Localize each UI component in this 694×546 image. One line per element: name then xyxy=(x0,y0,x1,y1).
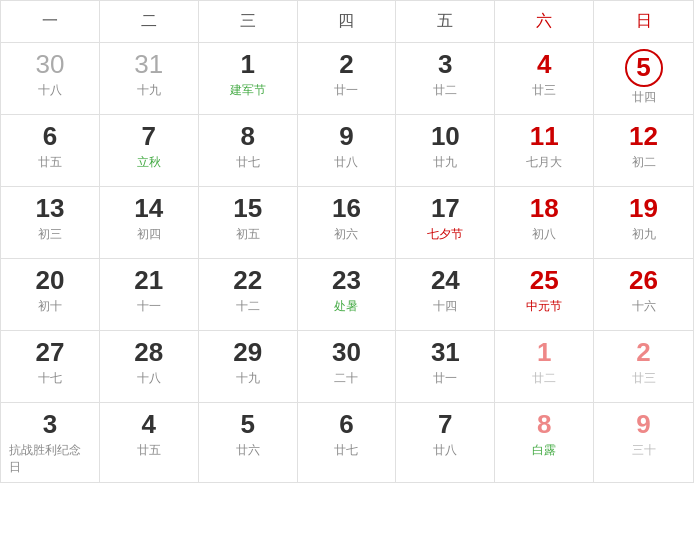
day-cell[interactable]: 16初六 xyxy=(298,187,397,259)
day-subtitle: 十九 xyxy=(236,370,260,387)
day-subtitle: 初四 xyxy=(137,226,161,243)
day-cell[interactable]: 27十七 xyxy=(1,331,100,403)
day-cell[interactable]: 30十八 xyxy=(1,43,100,115)
day-cell[interactable]: 29十九 xyxy=(199,331,298,403)
day-subtitle: 初八 xyxy=(532,226,556,243)
day-number: 29 xyxy=(233,337,262,368)
day-number: 25 xyxy=(530,265,559,296)
day-number: 22 xyxy=(233,265,262,296)
day-cell[interactable]: 8白露 xyxy=(495,403,594,482)
header-day: 日 xyxy=(594,1,693,42)
day-number: 19 xyxy=(629,193,658,224)
day-cell[interactable]: 10廿九 xyxy=(396,115,495,187)
day-subtitle: 十二 xyxy=(236,298,260,315)
day-cell[interactable]: 19初九 xyxy=(594,187,693,259)
day-subtitle: 立秋 xyxy=(137,154,161,171)
day-subtitle: 十四 xyxy=(433,298,457,315)
day-number: 18 xyxy=(530,193,559,224)
day-cell[interactable]: 28十八 xyxy=(100,331,199,403)
day-number: 9 xyxy=(636,409,650,440)
day-cell[interactable]: 12初二 xyxy=(594,115,693,187)
day-subtitle: 初三 xyxy=(38,226,62,243)
day-number: 30 xyxy=(35,49,64,80)
day-subtitle: 十一 xyxy=(137,298,161,315)
header-day: 四 xyxy=(298,1,397,42)
day-cell[interactable]: 23处暑 xyxy=(298,259,397,331)
day-cell[interactable]: 5廿四 xyxy=(594,43,693,115)
day-number: 31 xyxy=(431,337,460,368)
day-subtitle: 二十 xyxy=(334,370,358,387)
header-day: 六 xyxy=(495,1,594,42)
day-cell[interactable]: 31十九 xyxy=(100,43,199,115)
day-number: 20 xyxy=(35,265,64,296)
day-subtitle: 处暑 xyxy=(334,298,358,315)
day-subtitle: 初九 xyxy=(632,226,656,243)
day-subtitle: 初五 xyxy=(236,226,260,243)
day-subtitle: 初六 xyxy=(334,226,358,243)
day-number: 21 xyxy=(134,265,163,296)
day-number: 24 xyxy=(431,265,460,296)
day-subtitle: 十六 xyxy=(632,298,656,315)
day-cell[interactable]: 3抗战胜利纪念日 xyxy=(1,403,100,482)
day-cell[interactable]: 11七月大 xyxy=(495,115,594,187)
day-subtitle: 廿五 xyxy=(137,442,161,459)
day-number: 5 xyxy=(625,49,663,87)
day-number: 6 xyxy=(339,409,353,440)
day-cell[interactable]: 2廿三 xyxy=(594,331,693,403)
day-cell[interactable]: 8廿七 xyxy=(199,115,298,187)
day-cell[interactable]: 6廿五 xyxy=(1,115,100,187)
day-cell[interactable]: 3廿二 xyxy=(396,43,495,115)
day-subtitle: 廿七 xyxy=(236,154,260,171)
day-subtitle: 廿七 xyxy=(334,442,358,459)
day-subtitle: 七月大 xyxy=(526,154,562,171)
day-number: 28 xyxy=(134,337,163,368)
day-number: 2 xyxy=(636,337,650,368)
day-cell[interactable]: 25中元节 xyxy=(495,259,594,331)
day-cell[interactable]: 7廿八 xyxy=(396,403,495,482)
day-subtitle: 抗战胜利纪念日 xyxy=(9,442,91,476)
day-subtitle: 白露 xyxy=(532,442,556,459)
day-cell[interactable]: 4廿三 xyxy=(495,43,594,115)
header-day: 三 xyxy=(199,1,298,42)
day-subtitle: 廿二 xyxy=(433,82,457,99)
day-cell[interactable]: 4廿五 xyxy=(100,403,199,482)
day-subtitle: 廿五 xyxy=(38,154,62,171)
day-cell[interactable]: 17七夕节 xyxy=(396,187,495,259)
day-cell[interactable]: 7立秋 xyxy=(100,115,199,187)
day-number: 11 xyxy=(530,121,559,152)
day-cell[interactable]: 26十六 xyxy=(594,259,693,331)
day-cell[interactable]: 24十四 xyxy=(396,259,495,331)
day-cell[interactable]: 14初四 xyxy=(100,187,199,259)
day-cell[interactable]: 22十二 xyxy=(199,259,298,331)
day-cell[interactable]: 31廿一 xyxy=(396,331,495,403)
day-cell[interactable]: 21十一 xyxy=(100,259,199,331)
day-number: 7 xyxy=(142,121,156,152)
day-number: 2 xyxy=(339,49,353,80)
day-cell[interactable]: 13初三 xyxy=(1,187,100,259)
day-cell[interactable]: 18初八 xyxy=(495,187,594,259)
day-cell[interactable]: 15初五 xyxy=(199,187,298,259)
day-number: 4 xyxy=(142,409,156,440)
day-cell[interactable]: 6廿七 xyxy=(298,403,397,482)
day-subtitle: 廿三 xyxy=(532,82,556,99)
day-subtitle: 廿一 xyxy=(433,370,457,387)
day-cell[interactable]: 20初十 xyxy=(1,259,100,331)
day-cell[interactable]: 5廿六 xyxy=(199,403,298,482)
day-number: 1 xyxy=(537,337,551,368)
day-cell[interactable]: 9三十 xyxy=(594,403,693,482)
day-subtitle: 初二 xyxy=(632,154,656,171)
day-cell[interactable]: 2廿一 xyxy=(298,43,397,115)
day-cell[interactable]: 9廿八 xyxy=(298,115,397,187)
day-number: 12 xyxy=(629,121,658,152)
day-subtitle: 廿二 xyxy=(532,370,556,387)
day-subtitle: 初十 xyxy=(38,298,62,315)
day-subtitle: 廿四 xyxy=(632,89,656,106)
day-subtitle: 建军节 xyxy=(230,82,266,99)
day-cell[interactable]: 1廿二 xyxy=(495,331,594,403)
day-number: 6 xyxy=(43,121,57,152)
day-cell[interactable]: 1建军节 xyxy=(199,43,298,115)
day-cell[interactable]: 30二十 xyxy=(298,331,397,403)
day-number: 26 xyxy=(629,265,658,296)
day-number: 7 xyxy=(438,409,452,440)
day-subtitle: 廿八 xyxy=(334,154,358,171)
